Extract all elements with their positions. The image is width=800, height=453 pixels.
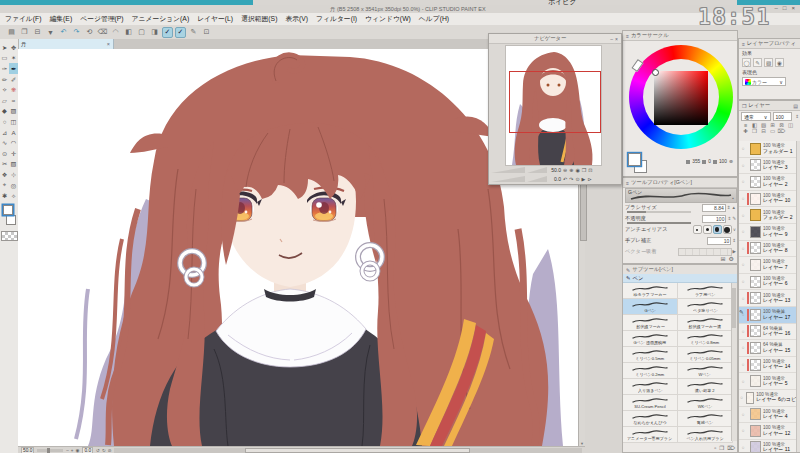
rotate-button[interactable]: ↺ [96, 448, 100, 453]
tool-item[interactable]: ◠ [9, 137, 18, 148]
brush-item[interactable]: 入り抜きペン [623, 379, 678, 395]
horizontal-scroll-thumb[interactable] [245, 448, 469, 453]
brush-item[interactable]: ミリペン0.2mm [623, 363, 678, 379]
brush-item[interactable]: WKペン [678, 395, 733, 411]
layer-visibility-toggle[interactable]: ○ [739, 412, 747, 417]
background-color-swatch[interactable] [6, 215, 16, 225]
toolbar-icon[interactable]: ▤ [6, 27, 17, 38]
rotate-button[interactable]: ⊘ [108, 448, 112, 453]
tool-settings-icon[interactable]: ⚙ [729, 255, 734, 262]
tool-item[interactable]: ❋ [9, 84, 18, 95]
spinner-icon[interactable]: ⇕ [732, 238, 736, 243]
brush-item[interactable]: Wペン [678, 363, 733, 379]
toolbar-icon[interactable]: ◨ [149, 27, 160, 38]
layer-visibility-toggle[interactable]: ○ [739, 345, 747, 350]
tool-item[interactable]: ✧ [0, 84, 9, 95]
layer-thumbnail[interactable] [746, 392, 754, 404]
spinner-icon[interactable]: ⇕ [795, 114, 799, 119]
layer-list-scrollbar[interactable] [796, 141, 800, 452]
aa-strong-button[interactable] [723, 225, 732, 234]
navigator-view-rectangle[interactable] [509, 71, 601, 133]
brush-item[interactable]: ペン入れ汎用ブラシ [678, 427, 733, 443]
layer-toolbar-icon[interactable]: ▭ [768, 128, 777, 134]
layer-row[interactable]: ✎ ○ 100 %通常 レイヤー 9 [739, 224, 800, 241]
menu-item[interactable]: アニメーション(A) [132, 14, 190, 24]
tool-item[interactable]: ⊹ [9, 169, 18, 180]
brush-item[interactable]: ミリペン0.05mm [678, 347, 733, 363]
toolbar-icon[interactable]: ⌫ [97, 27, 108, 38]
sub-tool-scrollbar[interactable] [731, 283, 737, 441]
navigator-rotate-icon[interactable]: ⊙ [575, 176, 579, 182]
panel-menu-icon[interactable]: ≡ [626, 180, 629, 186]
toolbar-icon[interactable]: ↷ [71, 27, 82, 38]
minimize-button[interactable]: – [775, 5, 778, 11]
layer-thumbnail[interactable] [750, 375, 761, 387]
zoom-slider[interactable] [37, 449, 63, 452]
toolbar-icon[interactable]: ✎ [188, 27, 199, 38]
menu-item[interactable]: 編集(E) [50, 14, 73, 24]
layer-visibility-toggle[interactable]: ○ [739, 246, 747, 251]
layer-row[interactable]: ✎ ○ 100 %乗算 レイヤー 17 [739, 307, 800, 324]
color-history-icon[interactable]: ⊚ [729, 159, 733, 164]
layer-row[interactable]: ✎ ○ 100 %通常 レイヤー 2 [739, 174, 800, 191]
layer-row[interactable]: ✎ ○ 100 %通常 レイヤー 6のコピー [739, 390, 800, 407]
layer-thumbnail[interactable] [750, 209, 761, 221]
aa-weak-button[interactable] [703, 225, 712, 234]
navigator-zoom-slider-2[interactable] [527, 167, 547, 173]
layer-row[interactable]: ✎ ○ 100 %通常 レイヤー 5 [739, 373, 800, 390]
expression-color-dropdown[interactable]: カラー ∨ [742, 77, 786, 86]
foreground-color-swatch[interactable] [3, 205, 13, 215]
layer-row[interactable]: ✎ ○ 64 %乗算 レイヤー 16 [739, 324, 800, 341]
layer-visibility-toggle[interactable]: ○ [739, 379, 747, 384]
tool-item[interactable]: ✐ [9, 74, 18, 85]
add-setting-icon[interactable]: ⊞ [721, 255, 726, 262]
transparent-color-swatch[interactable] [1, 231, 18, 241]
toolbar-icon[interactable]: ▢ [136, 27, 147, 38]
layer-visibility-toggle[interactable]: ○ [739, 262, 747, 267]
layer-row[interactable]: ✎ ○ 100 %通常 レイヤー 14 [739, 357, 800, 374]
layer-thumbnail[interactable] [750, 359, 761, 371]
brush-item[interactable]: Gペン [623, 299, 678, 315]
layer-row[interactable]: ✎ ○ 100 %通常 フォルダー 1 [739, 141, 800, 158]
menu-item[interactable]: ウィンドウ(W) [365, 14, 411, 24]
tool-item[interactable]: ✑ [0, 63, 9, 74]
layer-toolbar-icon[interactable]: ❐ [750, 128, 759, 134]
toolbar-icon[interactable]: ✓ [162, 27, 173, 38]
layer-thumbnail[interactable] [750, 226, 761, 238]
layer-visibility-toggle[interactable]: ○ [739, 329, 747, 334]
navigator-close-icon[interactable]: × [615, 36, 618, 42]
duplicate-sub-tool-icon[interactable]: ❐ [719, 445, 724, 451]
main-color-swatch[interactable] [628, 153, 641, 166]
toolbar-icon[interactable]: ⊡ [201, 27, 212, 38]
brush-item[interactable]: ベタ塗りペン [678, 299, 733, 315]
canvas-tab-close-icon[interactable]: × [107, 41, 110, 47]
tool-item[interactable]: ✱ [0, 190, 9, 201]
tool-item[interactable]: ⌖ [0, 180, 9, 191]
layer-visibility-toggle[interactable]: ○ [739, 362, 747, 367]
layer-row[interactable]: ✎ ○ 100 %通常 レイヤー 4 [739, 407, 800, 424]
layer-visibility-toggle[interactable]: ○ [739, 179, 747, 184]
menu-item[interactable]: ヘルプ(H) [419, 14, 449, 24]
layer-thumbnail[interactable] [750, 441, 761, 452]
tool-item[interactable]: ✶ [9, 53, 18, 64]
tool-item[interactable]: ▧ [9, 159, 18, 170]
tool-item[interactable]: ⊙ [0, 148, 9, 159]
menu-item[interactable]: 選択範囲(S) [241, 14, 277, 24]
layer-visibility-toggle[interactable]: ○ [739, 163, 747, 168]
tool-item[interactable]: ▭ [0, 53, 9, 64]
tool-item[interactable]: ✒ [9, 63, 18, 74]
layer-row[interactable]: ✎ ○ 100 %通常 フォルダー 2 [739, 207, 800, 224]
menu-item[interactable]: ページ管理(P) [80, 14, 123, 24]
brush-item[interactable]: ミリペン0.8mm [678, 331, 733, 347]
layer-toolbar-icon[interactable]: ✚ [741, 128, 750, 134]
opacity-value[interactable]: 100 [702, 215, 726, 223]
effect-icon[interactable]: ◉ [775, 58, 784, 67]
toolbar-icon[interactable]: ◧ [123, 27, 134, 38]
layer-thumbnail[interactable] [750, 176, 761, 188]
navigator-rotate-icon[interactable]: ↶ [563, 176, 567, 182]
brush-size-value[interactable]: 8.84 [702, 204, 726, 212]
zoom-button[interactable]: + [71, 448, 74, 453]
layer-thumbnail[interactable] [750, 143, 761, 155]
brush-size-up-icon[interactable]: ▲ [732, 205, 736, 210]
stabilization-value[interactable]: 10 [707, 237, 731, 245]
